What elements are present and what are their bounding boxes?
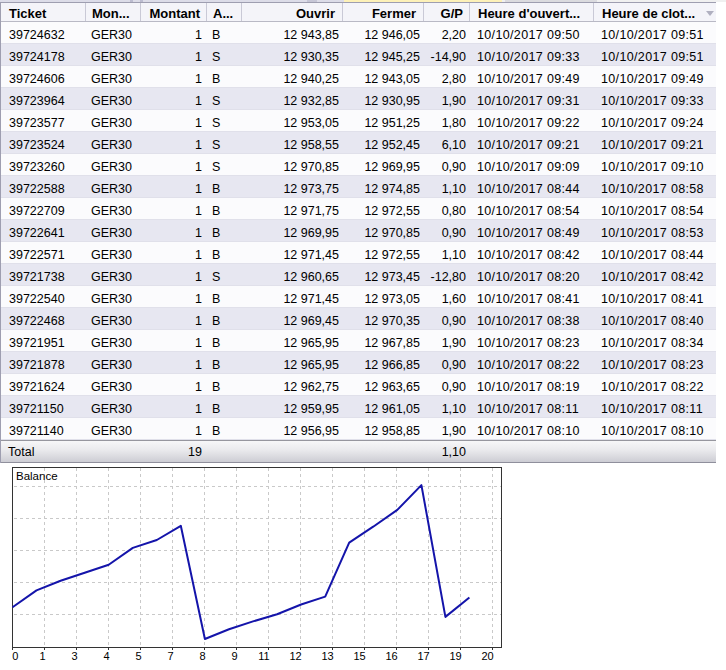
svg-text:9: 9 xyxy=(232,650,238,662)
svg-text:1: 1 xyxy=(40,650,46,662)
svg-text:7: 7 xyxy=(168,650,174,662)
svg-text:13: 13 xyxy=(321,650,333,662)
svg-text:0: 0 xyxy=(12,650,18,662)
svg-text:17: 17 xyxy=(417,650,429,662)
svg-text:4: 4 xyxy=(104,650,110,662)
svg-text:8: 8 xyxy=(200,650,206,662)
svg-text:16: 16 xyxy=(385,650,397,662)
svg-text:20: 20 xyxy=(481,650,493,662)
svg-text:15: 15 xyxy=(353,650,365,662)
svg-text:5: 5 xyxy=(136,650,142,662)
svg-text:12: 12 xyxy=(289,650,301,662)
svg-text:Balance: Balance xyxy=(16,470,58,482)
svg-text:19: 19 xyxy=(449,650,461,662)
svg-text:11: 11 xyxy=(258,650,269,662)
svg-text:3: 3 xyxy=(72,650,78,662)
